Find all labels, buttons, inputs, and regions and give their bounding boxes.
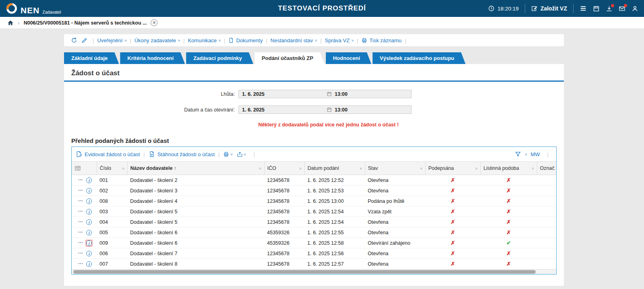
tab-zadavaci-podminky[interactable]: Zadávací podmínky: [186, 52, 253, 64]
column-header-nazev[interactable]: Název dodavatele↑▿: [127, 162, 264, 175]
breadcrumb: › N006/25/V00005181 - Nájem serverů s te…: [0, 17, 644, 29]
brand-role: Zadavatel: [42, 10, 61, 14]
signed-mark: ✗: [451, 177, 455, 183]
column-header-oznac[interactable]: Označ: [537, 162, 556, 175]
table-row[interactable]: ••• i 004 Dodavatel - školení 5 12345678…: [72, 217, 556, 227]
column-header-podepsana[interactable]: Podepsána▿: [425, 162, 480, 175]
row-menu-icon[interactable]: •••: [78, 199, 83, 203]
create-vz-button[interactable]: Založit VZ: [531, 5, 567, 12]
row-menu-icon[interactable]: •••: [78, 262, 83, 266]
row-menu-icon[interactable]: •••: [78, 241, 83, 245]
row-menu-icon[interactable]: •••: [78, 252, 83, 255]
calendar-icon[interactable]: [327, 107, 332, 112]
info-icon[interactable]: i: [86, 261, 92, 267]
info-icon[interactable]: i: [86, 208, 92, 215]
lhuta-date-value[interactable]: 1. 6. 2025: [239, 91, 327, 97]
close-record-icon[interactable]: ✕: [151, 19, 157, 26]
export-grid-button[interactable]: ▿: [237, 151, 246, 157]
filter-caret-icon[interactable]: ▿: [420, 166, 422, 171]
filter-caret-icon[interactable]: ▿: [360, 166, 362, 171]
info-icon[interactable]: i: [86, 198, 92, 204]
lhuta-time-value[interactable]: 13:00: [335, 91, 348, 97]
oteviranie-time-value[interactable]: 13:00: [335, 107, 348, 113]
scrollbar-thumb[interactable]: [73, 270, 536, 274]
table-row[interactable]: ••• i 001 Dodavatel - školení 2 12345678…: [72, 175, 556, 186]
calendar-icon[interactable]: [327, 91, 332, 97]
table-row[interactable]: ••• i 009 Dodavatel - školení 6 45359326…: [72, 238, 556, 248]
menu-icon[interactable]: [580, 5, 587, 12]
column-settings-icon[interactable]: [75, 165, 94, 171]
tab-vysledek-zadavaciho-postupu[interactable]: Výsledek zadávacího postupu: [373, 52, 466, 64]
menu-uverejneni[interactable]: Uveřejnění▿: [97, 37, 126, 43]
column-settings-header[interactable]: [72, 162, 97, 175]
form-row-oteviranie: Datum a čas otevírání: 1. 6. 2025 13:00: [64, 105, 564, 114]
user-icon[interactable]: [632, 5, 638, 12]
table-row[interactable]: ••• i 005 Dodavatel - školení 6 45359326…: [72, 227, 556, 238]
breadcrumb-record[interactable]: N006/25/V00005181 - Nájem serverů s tech…: [24, 20, 147, 26]
menu-tisk-zaznamu[interactable]: Tisk záznamu: [361, 37, 402, 43]
info-icon[interactable]: i: [86, 250, 92, 257]
filter-caret-icon[interactable]: ▿: [122, 166, 124, 171]
chevron-down-icon[interactable]: ▿: [525, 152, 527, 157]
grid-title: Přehled podaných žádostí o účast: [71, 137, 564, 144]
filter-caret-icon[interactable]: ▿: [532, 166, 534, 171]
stahnout-zadosti-button[interactable]: Stáhnout žádosti o účast: [149, 151, 215, 157]
evidovat-zadost-button[interactable]: Evidovat žádost o účast: [76, 151, 140, 157]
table-row[interactable]: ••• i 007 Dodavatel - školení 8 12345678…: [72, 259, 556, 269]
filter-caret-icon[interactable]: ▿: [259, 166, 261, 171]
chevron-down-icon: ▿: [219, 38, 221, 43]
printer-icon: [361, 37, 367, 43]
info-icon[interactable]: i: [86, 188, 92, 194]
row-menu-icon[interactable]: •••: [78, 231, 83, 234]
row-menu-icon[interactable]: •••: [78, 210, 83, 213]
menu-nestandardni-stav[interactable]: Nestandardní stav▿: [271, 37, 317, 43]
brand[interactable]: NEN Zadavatel: [6, 2, 61, 14]
tab-podani-ucastniku-zp[interactable]: Podání účastníků ZP: [255, 52, 325, 64]
info-icon[interactable]: i: [86, 229, 92, 236]
refresh-icon[interactable]: [71, 37, 77, 43]
filter-caret-icon[interactable]: ▿: [299, 166, 301, 171]
calendar-icon[interactable]: [593, 5, 600, 12]
table-row[interactable]: ••• i 003 Dodavatel - školení 5 12345678…: [72, 206, 556, 217]
row-menu-icon[interactable]: •••: [78, 189, 83, 192]
info-icon[interactable]: i: [86, 240, 92, 246]
column-header-ico[interactable]: IČO▿: [264, 162, 304, 175]
cell-stav: Otevřena: [365, 259, 425, 269]
tab-hodnoceni[interactable]: Hodnocení: [326, 52, 371, 64]
column-header-stav[interactable]: Stav▿: [365, 162, 425, 175]
column-header-datum[interactable]: Datum podání▿: [304, 162, 365, 175]
tab-kriteria-hodnoceni[interactable]: Kritéria hodnocení: [120, 52, 185, 64]
print-grid-button[interactable]: ▿: [223, 151, 232, 157]
home-icon[interactable]: [7, 20, 14, 26]
separator: |: [405, 37, 406, 43]
cell-datum-podani: 1. 6. 2025 13:00: [304, 196, 365, 206]
mail-icon[interactable]: [619, 5, 625, 12]
mw-toggle[interactable]: MW: [531, 151, 540, 157]
oteviranie-date-value[interactable]: 1. 6. 2025: [239, 107, 327, 113]
edit-record-icon[interactable]: [81, 37, 87, 43]
row-menu-icon[interactable]: •••: [78, 178, 83, 182]
menu-sprava-vz[interactable]: Správa VZ▿: [325, 37, 354, 43]
lhuta-field[interactable]: 1. 6. 2025 13:00: [238, 90, 412, 98]
oteviranie-field[interactable]: 1. 6. 2025 13:00: [238, 105, 412, 114]
cell-ico: 45359326: [264, 227, 304, 238]
table-row[interactable]: ••• i 008 Dodavatel - školení 4 12345678…: [72, 196, 556, 206]
filter-caret-icon[interactable]: ▿: [475, 166, 477, 171]
tab-zakladni-udaje[interactable]: Základní údaje: [64, 52, 119, 64]
column-header-cislo[interactable]: Číslo▿: [97, 162, 127, 175]
separator: |: [143, 151, 145, 157]
info-icon[interactable]: i: [86, 219, 92, 225]
menu-dokumenty[interactable]: Dokumenty: [228, 37, 263, 43]
download-icon[interactable]: [606, 5, 613, 12]
row-menu-icon[interactable]: •••: [78, 220, 83, 224]
cell-stav: Otevřena: [365, 248, 425, 259]
menu-komunikace[interactable]: Komunikace▿: [188, 37, 221, 43]
horizontal-scrollbar[interactable]: [72, 269, 556, 274]
table-row[interactable]: ••• i 002 Dodavatel - školení 3 12345678…: [72, 186, 556, 196]
info-icon[interactable]: i: [86, 177, 92, 184]
menu-ukony-zadavatele[interactable]: Úkony zadavatele▿: [135, 37, 180, 43]
column-header-listinna[interactable]: Listinná podoba▿: [480, 162, 537, 175]
table-row[interactable]: ••• i 006 Dodavatel - školení 7 12345678…: [72, 248, 556, 259]
cell-ico: 12345678: [264, 196, 304, 206]
filter-icon[interactable]: [515, 151, 521, 157]
